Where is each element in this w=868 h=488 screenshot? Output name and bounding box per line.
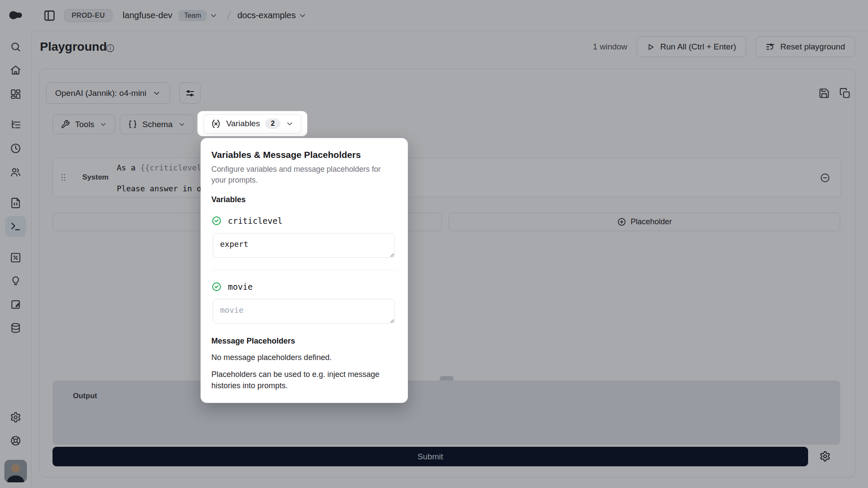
divider (211, 270, 397, 270)
check-circle-icon (211, 282, 222, 292)
popover-title: Variables & Message Placeholders (211, 150, 397, 160)
variable-item: movie (211, 282, 397, 325)
variables-dropdown[interactable]: Variables 2 (204, 114, 301, 134)
variable-icon (211, 119, 221, 129)
placeholders-section-heading: Message Placeholders (211, 337, 397, 346)
variable-item: criticlevel expert (211, 216, 397, 270)
check-circle-icon (211, 216, 222, 226)
variables-count-badge: 2 (265, 118, 280, 129)
variable-value-input[interactable] (213, 299, 395, 324)
variables-trigger-card: Variables 2 (197, 111, 307, 136)
app-window: PROD-EU langfuse-dev Team / docs-example… (0, 0, 868, 488)
placeholders-empty-text: No message placeholders defined. (211, 353, 397, 362)
placeholders-hint-text: Placeholders can be used to e.g. inject … (211, 369, 385, 391)
variable-value-input[interactable]: expert (213, 233, 395, 258)
variables-popover: Variables & Message Placeholders Configu… (201, 138, 408, 403)
popover-subtitle: Configure variables and message placehol… (211, 164, 397, 186)
variable-name: criticlevel (228, 216, 283, 226)
modal-overlay[interactable] (0, 0, 868, 488)
variable-name: movie (228, 282, 253, 291)
chevron-down-icon (286, 120, 294, 128)
variables-section-heading: Variables (211, 195, 397, 204)
